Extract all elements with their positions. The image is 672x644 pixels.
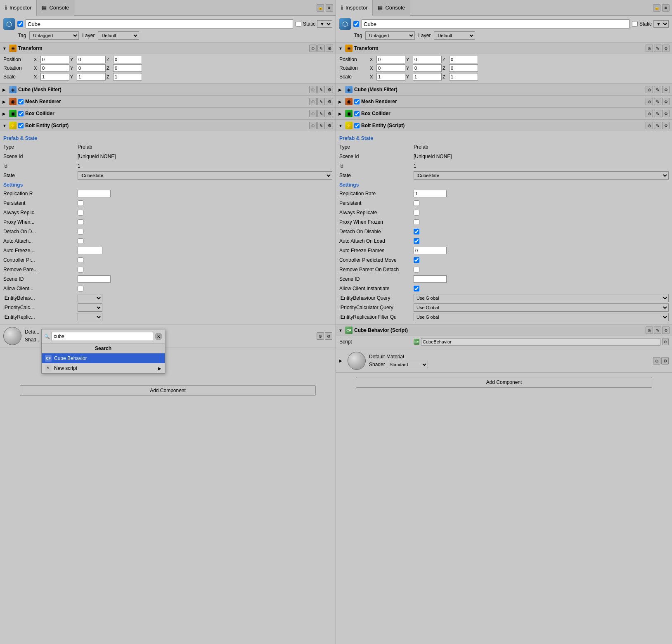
right-transform-edit-btn[interactable]: ✎ xyxy=(654,45,661,52)
left-mesh-renderer-gear-btn[interactable]: ⚙ xyxy=(326,98,333,105)
right-mesh-filter-header[interactable]: ▶ ◈ Cube (Mesh Filter) ⊙ ✎ ⚙ xyxy=(336,84,672,95)
right-static-dropdown[interactable]: ▼ xyxy=(653,20,669,28)
right-scale-y[interactable] xyxy=(413,73,442,80)
right-persistent-check[interactable] xyxy=(414,200,419,206)
left-box-collider-edit-btn[interactable]: ✎ xyxy=(317,110,325,117)
left-scale-y[interactable] xyxy=(77,73,106,80)
left-menu-btn[interactable]: ≡ xyxy=(326,4,333,12)
left-transform-edit-btn[interactable]: ✎ xyxy=(317,45,325,52)
left-static-checkbox[interactable] xyxy=(296,21,301,27)
right-pos-z[interactable] xyxy=(449,56,478,63)
right-add-component-btn[interactable]: Add Component xyxy=(356,377,652,388)
left-always-rep-check[interactable] xyxy=(78,210,83,215)
left-box-collider-enabled[interactable] xyxy=(18,111,24,116)
left-pos-x[interactable] xyxy=(40,56,69,63)
right-replication-input[interactable] xyxy=(414,190,447,197)
left-scale-z[interactable] xyxy=(113,73,142,80)
right-controller-check[interactable] xyxy=(414,257,419,263)
right-box-collider-edit-btn[interactable]: ✎ xyxy=(654,110,661,117)
left-box-collider-header[interactable]: ▶ ◼ Box Collider ⊙ ✎ ⚙ xyxy=(0,108,336,119)
right-static-checkbox[interactable] xyxy=(632,21,638,27)
right-bolt-entity-ref-btn[interactable]: ⊙ xyxy=(646,122,653,129)
right-script-dot-btn[interactable]: ⊙ xyxy=(662,339,669,345)
left-mesh-filter-gear-btn[interactable]: ⚙ xyxy=(326,86,333,93)
right-material-ref-btn[interactable]: ⊙ xyxy=(653,357,660,365)
left-proxy-check[interactable] xyxy=(78,219,83,225)
right-bolt-entity-header[interactable]: ▼ ⚡ Bolt Entity (Script) ⊙ ✎ ⚙ xyxy=(336,120,672,131)
left-box-collider-gear-btn[interactable]: ⚙ xyxy=(326,110,333,117)
right-box-collider-gear-btn[interactable]: ⚙ xyxy=(662,110,670,117)
right-bolt-entity-edit-btn[interactable]: ✎ xyxy=(654,122,661,129)
left-material-ref-btn[interactable]: ⊙ xyxy=(317,332,324,340)
right-detach-check[interactable] xyxy=(414,229,419,234)
right-always-rep-check[interactable] xyxy=(414,210,419,215)
right-mesh-renderer-header[interactable]: ▶ ◉ Mesh Renderer ⊙ ✎ ⚙ xyxy=(336,96,672,107)
left-mesh-filter-edit-btn[interactable]: ✎ xyxy=(317,86,325,93)
right-ientity-rep-select[interactable]: Use Global xyxy=(414,313,669,321)
right-cube-behavior-header[interactable]: ▼ C# Cube Behavior (Script) ⊙ ✎ ⚙ xyxy=(336,324,672,336)
right-rot-z[interactable] xyxy=(449,64,478,72)
right-proxy-check[interactable] xyxy=(414,219,419,225)
left-state-select[interactable]: ICubeState xyxy=(78,171,332,180)
left-transform-ref-btn[interactable]: ⊙ xyxy=(309,45,317,52)
right-auto-freeze-input[interactable] xyxy=(414,247,447,254)
left-bolt-entity-edit-btn[interactable]: ✎ xyxy=(317,122,325,129)
left-auto-attach-check[interactable] xyxy=(78,238,83,244)
right-mesh-renderer-ref-btn[interactable]: ⊙ xyxy=(646,98,653,105)
right-material-gear-btn[interactable]: ⚙ xyxy=(661,357,669,365)
left-tag-select[interactable]: Untagged xyxy=(29,31,79,40)
right-script-input[interactable] xyxy=(421,338,660,346)
left-transform-header[interactable]: ▼ ⊕ Transform ⊙ ✎ ⚙ xyxy=(0,43,336,54)
left-allow-client-check[interactable] xyxy=(78,286,83,291)
left-object-name[interactable] xyxy=(26,19,293,28)
left-static-dropdown[interactable]: ▼ xyxy=(317,20,332,28)
left-pos-z[interactable] xyxy=(113,56,142,63)
right-mesh-filter-ref-btn[interactable]: ⊙ xyxy=(646,86,653,93)
left-rot-z[interactable] xyxy=(113,64,142,72)
left-transform-gear-btn[interactable]: ⚙ xyxy=(326,45,333,52)
right-remove-parent-check[interactable] xyxy=(414,267,419,272)
left-box-collider-ref-btn[interactable]: ⊙ xyxy=(309,110,317,117)
left-rot-y[interactable] xyxy=(77,64,106,72)
left-mesh-renderer-edit-btn[interactable]: ✎ xyxy=(317,98,325,105)
left-material-gear-btn[interactable]: ⚙ xyxy=(325,332,332,340)
left-scene-id-input[interactable] xyxy=(78,275,111,283)
right-cube-behavior-gear-btn[interactable]: ⚙ xyxy=(662,327,670,334)
right-transform-header[interactable]: ▼ ⊕ Transform ⊙ ✎ ⚙ xyxy=(336,43,672,54)
right-tag-select[interactable]: Untagged xyxy=(365,31,415,40)
search-clear-btn[interactable]: ✕ xyxy=(155,333,162,340)
left-bolt-entity-enabled[interactable] xyxy=(18,123,24,128)
left-rot-x[interactable] xyxy=(40,64,69,72)
right-cube-behavior-edit-btn[interactable]: ✎ xyxy=(654,327,661,334)
right-mesh-renderer-edit-btn[interactable]: ✎ xyxy=(654,98,661,105)
right-box-collider-header[interactable]: ▶ ◼ Box Collider ⊙ ✎ ⚙ xyxy=(336,108,672,119)
left-add-component-btn[interactable]: Add Component xyxy=(20,385,316,396)
right-ipriority-select[interactable]: Use Global xyxy=(414,303,669,312)
right-object-enabled[interactable] xyxy=(353,21,359,27)
right-transform-ref-btn[interactable]: ⊙ xyxy=(646,45,653,52)
left-ientity-rep-select[interactable] xyxy=(78,313,102,321)
right-shader-select[interactable]: Standard xyxy=(387,361,428,368)
left-object-enabled[interactable] xyxy=(17,21,23,27)
right-scene-id-input[interactable] xyxy=(414,275,447,283)
right-mesh-renderer-enabled[interactable] xyxy=(354,99,360,104)
left-layer-select[interactable]: Default xyxy=(98,31,139,40)
left-replication-input[interactable] xyxy=(78,190,111,197)
left-tab-console[interactable]: ▤ Console xyxy=(37,0,74,16)
right-box-collider-ref-btn[interactable]: ⊙ xyxy=(646,110,653,117)
right-pos-x[interactable] xyxy=(376,56,405,63)
left-auto-freeze-input[interactable] xyxy=(78,247,102,254)
right-bolt-entity-enabled[interactable] xyxy=(354,123,360,128)
right-bolt-entity-gear-btn[interactable]: ⚙ xyxy=(662,122,670,129)
left-persistent-check[interactable] xyxy=(78,200,83,206)
right-layer-select[interactable]: Default xyxy=(434,31,475,40)
search-result-new-script[interactable]: ✎ New script ▶ xyxy=(42,363,165,373)
right-rot-y[interactable] xyxy=(413,64,442,72)
left-pos-y[interactable] xyxy=(77,56,106,63)
right-mesh-filter-gear-btn[interactable]: ⚙ xyxy=(662,86,670,93)
left-scale-x[interactable] xyxy=(40,73,69,80)
right-allow-client-check[interactable] xyxy=(414,286,419,291)
left-mesh-renderer-ref-btn[interactable]: ⊙ xyxy=(309,98,317,105)
left-mesh-filter-ref-btn[interactable]: ⊙ xyxy=(309,86,317,93)
left-ientity-beh-select[interactable] xyxy=(78,294,102,302)
